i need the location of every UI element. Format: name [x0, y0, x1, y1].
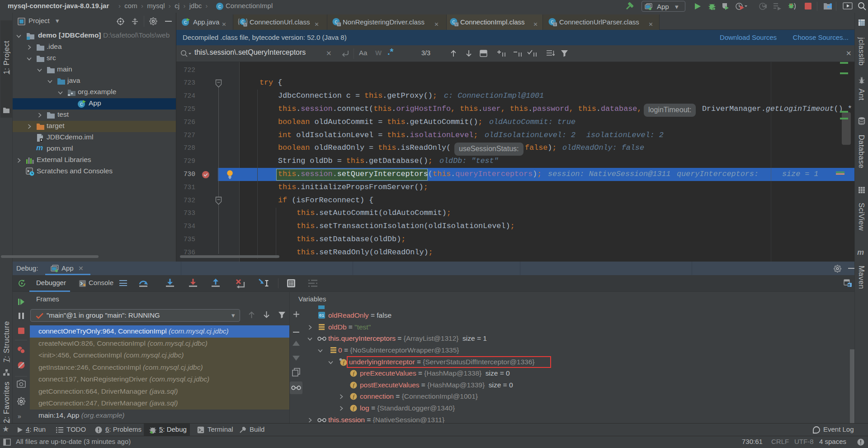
svg-text:01: 01 — [319, 313, 325, 318]
svg-text:C: C — [184, 20, 187, 25]
svg-text:C: C — [80, 102, 83, 107]
svg-text:C: C — [218, 4, 221, 10]
